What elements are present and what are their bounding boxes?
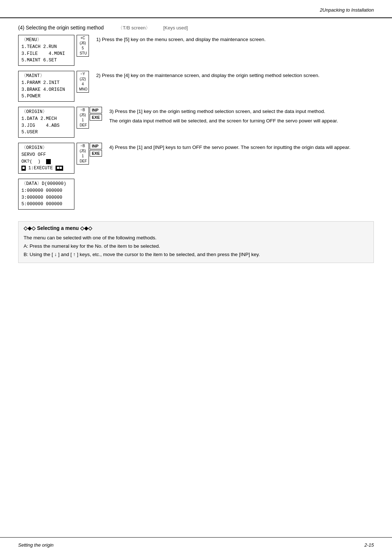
row-maint: 〈MAINT〉 1.PARAM 2.INIT 3.BRAKE 4.ORIGIN … xyxy=(18,71,374,102)
instruction-1: 1) Press the [5] key on the menu screen,… xyxy=(96,35,374,44)
key-group-1: +C (J6) 5 STU xyxy=(77,35,89,57)
row-origin-servo: 〈ORIGIN〉 SERVO OFF OK?( ) ■ 1:EXECUTE ■■… xyxy=(18,143,374,174)
selecting-menu-body: The menu can be selected with one of the… xyxy=(24,234,368,259)
row-origin-data: 〈ORIGIN〉 1.DATA 2.MECH 3.JIG 4.ABS 5.USE… xyxy=(18,107,374,138)
instruction-3: 3) Press the [1] key on the origin setti… xyxy=(109,107,374,126)
keys-used-label: [Keys used] xyxy=(163,25,188,31)
instruction-4: 4) Press the [1] and [INP] keys to turn … xyxy=(109,143,374,151)
header-text: 2Unpacking to Installation xyxy=(320,7,374,13)
key-c-plus: +C (J6) 5 STU xyxy=(77,35,89,57)
maint-screen: 〈MAINT〉 1.PARAM 2.INIT 3.BRAKE 4.ORIGIN … xyxy=(18,71,74,102)
key-b-minus-2: −B (J5) 1 DEF xyxy=(77,143,89,165)
key-b-minus: −B (J5) 1 DEF xyxy=(77,107,89,129)
instruction-2: 2) Press the [4] key on the maintenance … xyxy=(96,71,374,80)
key-inp: INP xyxy=(90,107,102,113)
selecting-menu-line-2: A: Press the numeral key for the No. of … xyxy=(24,242,368,251)
footer-right: 2-15 xyxy=(364,542,374,548)
key-group-2: −Y (J2) 4 MNO xyxy=(77,71,89,93)
data-screen: 〈DATA〉D(000000) 1:000000 000000 3:000000… xyxy=(18,179,74,210)
footer-left: Setting the origin xyxy=(18,542,54,548)
origin-servo-screen: 〈ORIGIN〉 SERVO OFF OK?( ) ■ 1:EXECUTE ■■ xyxy=(18,143,74,174)
key-inp-2: INP xyxy=(90,143,102,149)
selecting-menu-title: ◇◆◇ Selecting a menu ◇◆◇ xyxy=(24,225,368,231)
key-y-minus: −Y (J2) 4 MNO xyxy=(77,71,89,93)
menu-screen: 〈MENU〉 1.TEACH 2.RUN 3.FILE 4.MONI 5.MAI… xyxy=(18,35,74,66)
selecting-menu-section: ◇◆◇ Selecting a menu ◇◆◇ The menu can be… xyxy=(18,221,374,263)
selecting-menu-line-3: B: Using the [ ↓ ] and [ ↑ ] keys, etc.,… xyxy=(24,251,368,259)
tb-screen-label: 〈T/B screen〉 xyxy=(118,25,150,31)
key-row-4: −B (J5) 1 DEF INP EXE xyxy=(77,143,102,165)
key-row-3: −B (J5) 1 DEF INP EXE xyxy=(77,107,102,129)
row-data: 〈DATA〉D(000000) 1:000000 000000 3:000000… xyxy=(18,179,374,210)
key-exe: EXE xyxy=(90,114,102,121)
section-title: (4) Selecting the origin setting method … xyxy=(18,25,374,31)
origin-screen: 〈ORIGIN〉 1.DATA 2.MECH 3.JIG 4.ABS 5.USE… xyxy=(18,107,74,138)
selecting-menu-line-1: The menu can be selected with one of the… xyxy=(24,234,368,242)
key-exe-2: EXE xyxy=(90,150,102,157)
row-menu: 〈MENU〉 1.TEACH 2.RUN 3.FILE 4.MONI 5.MAI… xyxy=(18,35,374,66)
